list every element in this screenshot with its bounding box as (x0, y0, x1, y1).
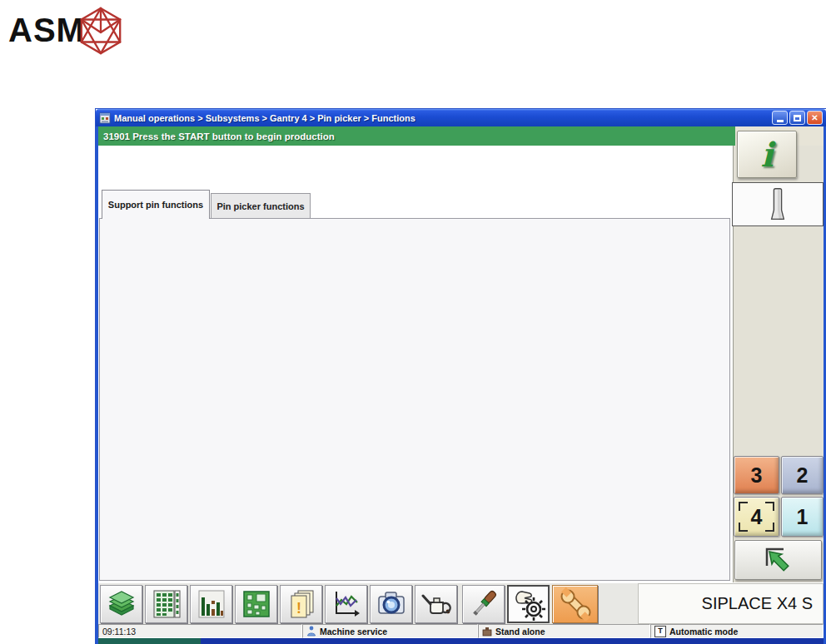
graph-button[interactable] (325, 585, 367, 623)
gantry-4-button[interactable]: 4 (734, 497, 779, 537)
user-state-segment: Machine service (302, 624, 478, 638)
camera-button[interactable] (370, 585, 412, 623)
svg-text:!: ! (296, 600, 301, 617)
tab-label: Pin picker functions (216, 201, 304, 211)
window-title: Manual operations > Subsystems > Gantry … (114, 113, 770, 123)
component-matrix-button[interactable] (145, 585, 187, 623)
gantry-3-button[interactable]: 3 (734, 456, 779, 494)
mode-segment: T Automatic mode (650, 624, 824, 638)
app-icon (99, 112, 111, 124)
window-left-border (96, 126, 98, 644)
pcb-stack-icon (105, 587, 138, 621)
component-matrix-icon (150, 587, 183, 621)
user-state: Machine service (320, 627, 387, 637)
gantry-2-label: 2 (797, 463, 809, 488)
wrench-icon (559, 587, 592, 621)
maximize-button[interactable] (789, 111, 805, 125)
status-message: 31901 Press the START button to begin pr… (98, 131, 335, 141)
tab-label: Support pin functions (108, 200, 203, 210)
close-button[interactable]: ✕ (807, 111, 823, 125)
status-bar: 09:11:13 Machine service Stand alone T A… (98, 624, 824, 638)
minimize-icon (777, 120, 784, 122)
info-icon: i (760, 138, 773, 171)
asm-logo-hexagon-icon (77, 5, 125, 57)
graph-icon (330, 587, 363, 621)
setup-wrench-button[interactable] (552, 585, 598, 623)
user-icon (306, 626, 316, 637)
manual-operations-button[interactable] (507, 585, 550, 623)
asm-logo-text: ASM (8, 12, 85, 49)
selection-corner (739, 523, 748, 532)
gantry-1-label: 1 (797, 505, 809, 529)
gantry-2-button[interactable]: 2 (781, 456, 824, 494)
selection-corner (765, 502, 774, 511)
tab-pin-picker-functions[interactable]: Pin picker functions (211, 193, 311, 219)
tab-page (99, 218, 730, 581)
statistics-button[interactable] (190, 585, 232, 623)
tab-support-pin-functions[interactable]: Support pin functions (102, 190, 210, 219)
messages-icon: ! (285, 587, 318, 621)
minimize-button[interactable] (772, 111, 788, 125)
messages-button[interactable]: ! (280, 585, 322, 623)
gantry-1-button[interactable]: 1 (781, 497, 824, 537)
selected-tool-panel (732, 182, 824, 226)
line-state: Stand alone (495, 627, 545, 637)
camera-icon (375, 587, 408, 621)
window-titlebar[interactable]: Manual operations > Subsystems > Gantry … (96, 109, 826, 126)
app-window: Manual operations > Subsystems > Gantry … (96, 109, 826, 644)
support-pin-icon (769, 186, 787, 223)
machine-name: SIPLACE X4 S (702, 594, 813, 613)
selection-corner (765, 523, 774, 532)
exit-arrow-icon (761, 544, 796, 576)
status-message-bar: 31901 Press the START button to begin pr… (98, 126, 735, 146)
oil-can-icon (420, 587, 453, 621)
screwdriver-icon (467, 587, 500, 621)
screwdriver-button[interactable] (462, 585, 505, 623)
gantry-3-label: 3 (751, 463, 763, 488)
oil-can-button[interactable] (415, 585, 457, 623)
manual-operations-icon (511, 587, 546, 622)
gantry-4-label: 4 (751, 505, 763, 529)
clock-segment: 09:11:13 (98, 624, 302, 638)
pcb-stack-button[interactable] (100, 585, 142, 623)
standalone-machine-icon (482, 627, 492, 637)
automatic-mode-icon: T (654, 626, 666, 637)
machine-name-panel: SIPLACE X4 S (638, 583, 824, 624)
info-button[interactable]: i (737, 131, 797, 178)
pcb-board-icon (240, 587, 273, 621)
mode: Automatic mode (669, 627, 738, 637)
statistics-icon (195, 587, 228, 621)
main-toolbar: ! (98, 582, 824, 625)
bottom-edge-progress (97, 638, 201, 644)
page: ASM Manual operations > Subsystems > Gan… (0, 0, 826, 644)
selection-corner (739, 502, 748, 511)
clock: 09:11:13 (102, 627, 136, 637)
line-state-segment: Stand alone (478, 624, 650, 638)
pcb-board-button[interactable] (235, 585, 277, 623)
window-bottom-edge (96, 638, 826, 644)
exit-button[interactable] (734, 540, 822, 580)
maximize-icon (794, 115, 801, 121)
